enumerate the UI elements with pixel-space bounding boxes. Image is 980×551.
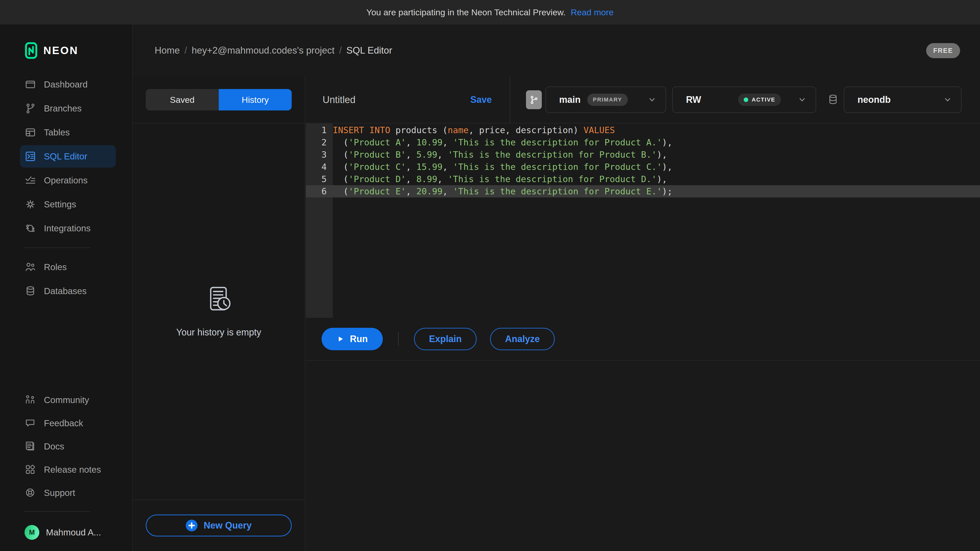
chevron-down-icon [647,95,657,105]
line-number: 3 [306,148,333,161]
banner-text: You are participating in the Neon Techni… [366,7,566,17]
history-empty-state: Your history is empty [133,124,305,499]
sidebar-item-release-notes[interactable]: Release notes [20,458,116,481]
database-cylinder-icon [827,94,839,106]
queries-tabs-row: Saved History [133,76,305,124]
code-lines[interactable]: INSERT INTO products (name, price, descr… [333,124,980,318]
branch-button[interactable] [526,90,542,109]
chevron-down-icon [943,95,953,105]
preview-banner: You are participating in the Neon Techni… [0,0,980,24]
brand-logo[interactable]: NEON [0,24,132,73]
sidebar-item-label: Settings [44,199,76,210]
save-button[interactable]: Save [470,94,492,105]
sidebar-item-label: Operations [44,175,88,186]
explain-button[interactable]: Explain [414,328,477,350]
compute-selector-value: RW [686,94,701,105]
breadcrumb: Home / hey+2@mahmoud.codes's project / S… [155,45,392,56]
compute-selector[interactable]: RW ACTIVE [672,86,816,113]
user-menu[interactable]: M Mahmoud A... [0,519,132,542]
sidebar-item-docs[interactable]: Docs [20,435,116,457]
sidebar-item-feedback[interactable]: Feedback [20,412,116,434]
line-number: 6 [306,185,333,197]
breadcrumb-separator: / [339,45,342,56]
sidebar-item-branches[interactable]: Branches [20,97,116,120]
community-icon [24,394,36,406]
sidebar-nav: Dashboard Branches Tables [0,73,132,303]
plan-badge: FREE [926,43,960,58]
sidebar-item-label: Release notes [44,465,101,475]
sidebar-item-label: Tables [44,127,70,138]
sidebar-divider [24,248,90,248]
branch-selector[interactable]: main PRIMARY [546,86,666,113]
code-line[interactable]: INSERT INTO products (name, price, descr… [333,124,980,136]
sidebar-item-settings[interactable]: Settings [20,193,116,216]
history-empty-text: Your history is empty [177,327,261,338]
sidebar-item-label: Community [44,395,89,405]
new-query-label: New Query [204,520,251,531]
status-dot [744,97,748,102]
breadcrumb-project[interactable]: hey+2@mahmoud.codes's project [192,45,334,56]
sidebar-item-dashboard[interactable]: Dashboard [20,73,116,96]
line-number: 1 [306,124,333,136]
line-number: 2 [306,136,333,148]
run-button[interactable]: Run [321,328,383,350]
sidebar-item-tables[interactable]: Tables [20,121,116,144]
breadcrumb-home[interactable]: Home [155,45,180,56]
sidebar-divider [24,511,90,512]
sidebar-item-label: Docs [44,441,64,451]
editor-gutter: 123456 [306,124,333,318]
plus-circle-icon [186,519,197,531]
speech-bubble-icon [24,417,36,429]
release-notes-icon [24,464,36,475]
active-badge: ACTIVE [738,94,781,106]
sidebar-item-community[interactable]: Community [20,389,116,411]
query-title-row: Untitled Save [306,76,510,123]
sql-editor-panel: Untitled Save main PRIMARY [306,76,980,551]
sidebar: NEON Dashboard Branches [0,24,133,551]
tab-saved[interactable]: Saved [146,89,219,110]
breadcrumb-current-page: SQL Editor [346,45,392,56]
sidebar-item-roles[interactable]: Roles [20,256,116,278]
code-line[interactable]: ('Product C', 15.99, 'This is the descri… [333,161,980,173]
sidebar-item-integrations[interactable]: Integrations [20,217,116,240]
database-selector[interactable]: neondb [844,86,962,113]
line-number: 5 [306,173,333,185]
sidebar-item-operations[interactable]: Operations [20,169,116,192]
dashboard-icon [24,79,36,90]
app-window: You are participating in the Neon Techni… [0,0,980,551]
active-badge-label: ACTIVE [752,97,775,103]
sql-editor-icon [24,151,36,162]
read-more-link[interactable]: Read more [571,7,614,17]
context-selectors: main PRIMARY RW ACTIVE [510,76,980,123]
sidebar-footer: Community Feedback Docs [0,388,132,551]
code-line[interactable]: ('Product E', 20.99, 'This is the descri… [333,185,980,197]
sidebar-item-label: Roles [44,262,67,272]
actions-divider [398,332,399,346]
code-line[interactable]: ('Product A', 10.99, 'This is the descri… [333,136,980,148]
history-empty-icon [204,285,233,314]
sidebar-item-sql-editor[interactable]: SQL Editor [20,145,116,168]
neon-logo-icon [24,41,38,60]
integrations-icon [24,222,36,234]
tab-history[interactable]: History [219,89,292,110]
topbar: Home / hey+2@mahmoud.codes's project / S… [133,24,980,76]
branches-icon [24,103,36,114]
new-query-button[interactable]: New Query [146,514,292,537]
docs-icon [24,441,36,452]
queries-panel-footer: New Query [133,499,305,551]
database-selector-value: neondb [858,94,891,105]
sidebar-item-label: SQL Editor [44,151,87,162]
code-editor[interactable]: 123456 INSERT INTO products (name, price… [306,124,980,318]
query-title[interactable]: Untitled [323,94,355,105]
user-name: Mahmoud A... [46,527,101,537]
code-line[interactable]: ('Product D', 8.99, 'This is the descrip… [333,173,980,185]
analyze-button[interactable]: Analyze [490,328,555,350]
sidebar-item-support[interactable]: Support [20,482,116,504]
saved-history-tabs: Saved History [146,89,292,110]
play-icon [337,335,344,343]
gear-icon [24,198,36,210]
sidebar-item-databases[interactable]: Databases [20,280,116,302]
code-line[interactable]: ('Product B', 5.99, 'This is the descrip… [333,148,980,161]
tables-icon [24,127,36,138]
queries-panel: Saved History Your history is empty [133,76,305,551]
